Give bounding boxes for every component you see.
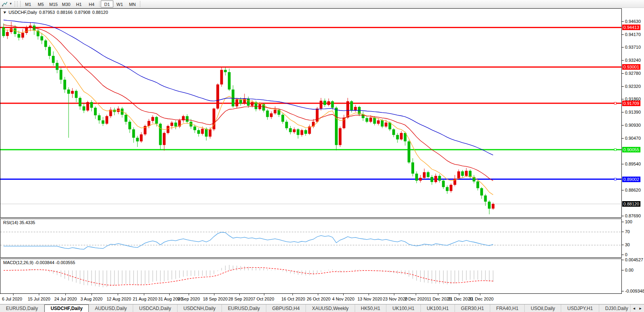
price-tick-label: 0.93240 [625,58,641,63]
date-tick [13,294,13,295]
current-price-label: 0.88120 [622,201,640,207]
timeframe-button-d1[interactable]: D1 [101,0,113,8]
timeframe-toolbar: ▼ M1M5M15M30H1H4D1W1MN [0,0,644,8]
tab-usdchf-daily[interactable]: USDCHF,Daily [44,304,89,312]
tab-dj30-daily[interactable]: DJ30,Daily [599,304,634,312]
macd-indicator-panel[interactable]: MACD(12,26,9) -0.003844 -0.003555 [0,259,622,294]
rsi-indicator-panel[interactable]: RSI(14) 35.4335 [0,219,622,258]
date-label: 23 Nov 2020 [383,297,407,301]
tab-ger30-h1[interactable]: GER30,H1 [455,304,490,312]
candlestick-chart-canvas[interactable] [0,9,621,217]
price-tick-label: 0.87690 [625,213,641,218]
timeframe-button-m30[interactable]: M30 [60,0,73,8]
tab-gbpusd-h4[interactable]: GBPUSD,H4 [266,304,306,312]
line-handle[interactable] [614,102,616,104]
ohlc-close: 0.88120 [92,10,108,15]
toolbar-grip[interactable] [15,1,17,7]
line-handle[interactable] [614,149,616,151]
price-axis[interactable]: 0.946300.941700.937100.932400.927800.923… [622,8,644,294]
axis-tick-dash [622,34,624,35]
tab-scroll-right-icon[interactable]: ► [638,305,643,312]
line-handle[interactable] [614,178,616,180]
tab-hk50-h1[interactable]: HK50,H1 [355,304,387,312]
date-tick [189,294,189,295]
date-label: 13 Nov 2020 [357,297,382,301]
price-tick-label: 0.94630 [625,19,641,24]
date-label: 2 Dec 2020 [405,297,427,301]
timeframe-button-mn[interactable]: MN [126,0,139,8]
macd-axis-label: 0.004527 [625,257,643,262]
macd-axis-label: 0.00 [625,268,633,272]
price-tick-label: 0.92780 [625,71,641,76]
axis-tick-dash [622,190,624,190]
resistance-line[interactable] [0,103,621,104]
timeframe-button-h1[interactable]: H1 [73,0,85,8]
resistance-line[interactable] [0,67,621,68]
trading-terminal-window: ▼ M1M5M15M30H1H4D1W1MN ➤ USDCHF,Daily 0.… [0,0,644,312]
price-tick-label: 0.90470 [625,136,641,141]
tab-uk100-h1[interactable]: UK100,H1 [386,304,420,312]
rsi-chart-canvas[interactable] [0,219,621,257]
axis-tick-dash [622,125,624,126]
candles-layer [2,22,495,215]
date-label: 21 Aug 2020 [133,297,157,301]
ohlc-open: 0.87953 [39,10,55,15]
rsi-axis-label: 100 [625,219,632,224]
rsi-axis-label: 30 [625,242,630,247]
axis-tick-dash [622,216,624,216]
date-tick [343,294,344,295]
macd-axis-label: -0.009348 [625,289,644,293]
price-tick-label: 0.90930 [625,123,641,127]
date-label: 4 Nov 2020 [332,297,354,301]
date-label: 18 Sep 2020 [203,297,227,301]
date-tick [438,294,438,295]
axis-tick-dash [622,73,624,74]
timeframe-button-h4[interactable]: H4 [85,0,98,8]
toolbar-separator [99,1,99,7]
price-chart-panel[interactable]: ➤ USDCHF,Daily 0.87953 0.88166 0.87908 0… [0,8,622,218]
tab-usdjpy-h1[interactable]: USDJPY,H1 [561,304,599,312]
tab-usdcad-daily[interactable]: USDCAD,Daily [133,304,178,312]
ohlc-low: 0.87908 [75,10,90,15]
tab-usdcnh-daily[interactable]: USDCNH,Daily [178,304,222,312]
date-label: 24 Jul 2020 [54,297,77,301]
chart-symbol-label: USDCHF,Daily [8,10,37,15]
price-line-label: 0.93001 [622,64,640,70]
date-tick [480,294,480,295]
timeframe-button-w1[interactable]: W1 [113,0,126,8]
date-label: 7 Oct 2020 [253,297,274,301]
axis-tick-dash [622,164,624,164]
date-label: 28 Sep 2020 [228,297,253,301]
axis-tick-dash [622,21,624,22]
support-line[interactable] [0,179,621,180]
date-axis[interactable]: 6 Jul 202015 Jul 202024 Jul 20203 Aug 20… [0,294,622,304]
tab-xauusd-weekly[interactable]: XAUUSD,Weekly [306,304,355,312]
axis-tick-dash [622,86,624,87]
date-tick [92,294,92,295]
axis-tick-dash [622,60,624,61]
support-line[interactable] [0,149,621,150]
chart-line-tool-icon[interactable] [1,1,8,7]
date-tick [369,294,369,295]
tab-eurusd-daily[interactable]: EURUSD,Daily [222,304,266,312]
price-line-label: 0.94413 [622,25,640,30]
tab-uk100-h1[interactable]: UK100,H1 [421,304,455,312]
timeframe-button-m1[interactable]: M1 [22,0,34,8]
axis-tick-dash [622,260,624,260]
tab-fra40-h1[interactable]: FRA40,H1 [490,304,525,312]
date-tick [214,294,214,295]
rsi-axis-label: 0 [625,252,627,257]
timeframe-button-m5[interactable]: M5 [34,0,47,8]
tab-usoil-daily[interactable]: USOil,Daily [525,304,561,312]
date-label: 6 Jul 2020 [2,297,22,301]
macd-chart-canvas[interactable] [0,259,621,293]
axis-tick-dash [622,112,624,112]
timeframe-button-m15[interactable]: M15 [47,0,60,8]
chart-tab-bar: EURUSD,DailyUSDCHF,DailyAUDUSD,DailyUSDC… [0,304,644,312]
tab-scroll-left-icon[interactable]: ◄ [631,305,637,312]
tab-eurusd-daily[interactable]: EURUSD,Daily [0,304,44,312]
caret-down-icon[interactable]: ▼ [8,1,13,7]
tab-audusd-daily[interactable]: AUDUSD,Daily [89,304,133,312]
slow-ma-line [4,20,493,155]
resistance-line[interactable] [0,27,621,28]
